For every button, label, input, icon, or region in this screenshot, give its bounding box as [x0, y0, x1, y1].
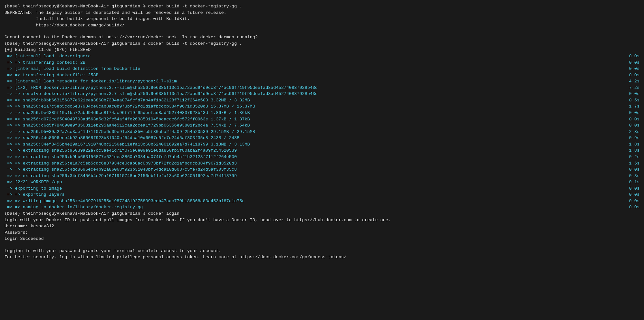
- line-content: => => sha256:b9bb663156877e621eea3860b73…: [5, 97, 250, 104]
- line-content: => => sha256:95039a22a7cc3ae41d71f075e6e…: [5, 129, 255, 135]
- line-time: 4.2s: [629, 78, 639, 85]
- line-time: 0.0s: [629, 110, 639, 116]
- terminal-line: (base) theinfosecguy@Keshavs-MacBook-Air…: [5, 211, 639, 217]
- line-time: 1.8s: [629, 141, 639, 148]
- line-time: 1.5s: [629, 160, 639, 167]
- terminal-line: => => sha256:9e6385f10c1ba72abd94d9cc8f7…: [5, 110, 639, 116]
- line-content: => => sha256:d072cc6504049793ad563a5d32f…: [5, 116, 250, 123]
- terminal-line: => exporting to image0.0s: [5, 185, 639, 192]
- terminal-line: => [internal] load metadata for docker.i…: [5, 78, 639, 85]
- line-time: 0.0s: [629, 66, 639, 72]
- terminal-line: => => sha256:c6d5f784690e9f850311eb295aa…: [5, 122, 639, 129]
- terminal-line: Install the buildx component to build im…: [5, 16, 639, 22]
- line-content: => => extracting sha256:95039a22a7cc3ae4…: [5, 147, 237, 154]
- terminal-line: => => sha256:34ef8456b4e29a1671910748bc2…: [5, 141, 639, 148]
- terminal-line: Username: keshav312: [5, 223, 639, 230]
- line-content: => => sha256:34ef8456b4e29a1671910748bc2…: [5, 141, 250, 148]
- line-content: => => extracting sha256:e1a7c5eb5cdc6e37…: [5, 160, 237, 167]
- terminal-line: [5, 242, 639, 248]
- terminal-line: Cannot connect to the Docker daemon at u…: [5, 34, 639, 41]
- line-content: => [1/2] FROM docker.io/library/python:3…: [5, 85, 318, 91]
- terminal: (base) theinfosecguy@Keshavs-MacBook-Air…: [5, 3, 639, 260]
- line-time: 0.9s: [629, 135, 639, 141]
- terminal-line: => => sha256:d072cc6504049793ad563a5d32f…: [5, 116, 639, 123]
- line-time: 7.2s: [629, 85, 639, 91]
- line-time: 0.0s: [629, 122, 639, 129]
- line-content: => => exporting layers: [5, 192, 64, 198]
- terminal-line: => => sha256:4dc8696ece4b92a86068f923b31…: [5, 135, 639, 141]
- terminal-line: => [internal] load .dockerignore0.0s: [5, 53, 639, 60]
- terminal-line: https://docs.docker.com/go/buildx/: [5, 22, 639, 29]
- terminal-line: => => resolve docker.io/library/python:3…: [5, 91, 639, 97]
- terminal-line: (base) theinfosecguy@Keshavs-MacBook-Air…: [5, 41, 639, 47]
- line-content: => => extracting sha256:b9bb663156877e62…: [5, 154, 237, 160]
- terminal-line: => => sha256:95039a22a7cc3ae41d71f075e6e…: [5, 129, 639, 135]
- line-content: => => extracting sha256:4dc8696ece4b92a8…: [5, 166, 237, 173]
- terminal-line: => => extracting sha256:4dc8696ece4b92a8…: [5, 166, 639, 173]
- line-content: => => writing image sha256:e4d397916255a…: [5, 198, 245, 204]
- terminal-line: Logging in with your password grants you…: [5, 248, 639, 254]
- terminal-line: [+] Building 11.6s (6/6) FINISHED: [5, 47, 639, 53]
- terminal-line: => [2/2] WORKDIR /app0.1s: [5, 179, 639, 185]
- line-time: 0.0s: [629, 192, 639, 198]
- terminal-line: For better security, log in with a limit…: [5, 254, 639, 260]
- line-time: 0.0s: [629, 204, 639, 211]
- terminal-line: => [internal] load build definition from…: [5, 66, 639, 72]
- terminal-line: Login with your Docker ID to push and pu…: [5, 217, 639, 223]
- terminal-line: => => extracting sha256:34ef8456b4e29a16…: [5, 173, 639, 179]
- line-content: => => sha256:9e6385f10c1ba72abd94d9cc8f7…: [5, 110, 250, 116]
- terminal-line: (base) theinfosecguy@Keshavs-MacBook-Air…: [5, 3, 639, 10]
- terminal-line: => [1/2] FROM docker.io/library/python:3…: [5, 85, 639, 91]
- line-time: 0.0s: [629, 116, 639, 123]
- line-time: 0.1s: [629, 179, 639, 185]
- terminal-line: => => exporting layers0.0s: [5, 192, 639, 198]
- terminal-line: => => extracting sha256:e1a7c5eb5cdc6e37…: [5, 160, 639, 167]
- line-content: => [internal] load metadata for docker.i…: [5, 78, 177, 85]
- terminal-line: => => sha256:e1a7c5eb5cdc6e37934ce0cab8a…: [5, 103, 639, 110]
- line-time: 1.7s: [629, 103, 639, 110]
- terminal-line: => => transferring context: 2B0.0s: [5, 60, 639, 66]
- terminal-line: => => writing image sha256:e4d397916255a…: [5, 198, 639, 204]
- line-content: => [2/2] WORKDIR /app: [5, 179, 62, 185]
- line-time: 0.3s: [629, 173, 639, 179]
- terminal-line: => => sha256:b9bb663156877e621eea3860b73…: [5, 97, 639, 104]
- line-time: 0.0s: [629, 72, 639, 79]
- line-content: => => sha256:e1a7c5eb5cdc6e37934ce0cab8a…: [5, 103, 255, 110]
- terminal-line: Login Succeeded: [5, 236, 639, 242]
- line-time: 0.0s: [629, 91, 639, 97]
- line-time: 0.0s: [629, 166, 639, 173]
- line-time: 0.0s: [629, 60, 639, 66]
- line-time: 0.5s: [629, 97, 639, 104]
- line-content: => => transferring dockerfile: 258B: [5, 72, 99, 79]
- line-content: => => resolve docker.io/library/python:3…: [5, 91, 318, 97]
- line-time: 0.0s: [629, 53, 639, 60]
- line-content: => [internal] load build definition from…: [5, 66, 140, 72]
- line-time: 0.0s: [629, 185, 639, 192]
- line-time: 2.3s: [629, 129, 639, 135]
- terminal-line: DEPRECATED: The legacy builder is deprec…: [5, 10, 639, 16]
- line-time: 0.0s: [629, 198, 639, 204]
- terminal-line: => => transferring dockerfile: 258B0.0s: [5, 72, 639, 79]
- line-content: => => transferring context: 2B: [5, 60, 85, 66]
- terminal-line: => => extracting sha256:95039a22a7cc3ae4…: [5, 147, 639, 154]
- terminal-line: [5, 28, 639, 34]
- line-content: => exporting to image: [5, 185, 62, 192]
- line-content: => => sha256:c6d5f784690e9f850311eb295aa…: [5, 122, 250, 129]
- terminal-line: Password:: [5, 230, 639, 236]
- terminal-line: => => naming to docker.io/library/docker…: [5, 204, 639, 211]
- line-content: => [internal] load .dockerignore: [5, 53, 91, 60]
- line-time: 0.2s: [629, 154, 639, 160]
- line-time: 1.8s: [629, 147, 639, 154]
- line-content: => => naming to docker.io/library/docker…: [5, 204, 143, 211]
- line-content: => => extracting sha256:34ef8456b4e29a16…: [5, 173, 237, 179]
- line-content: => => sha256:4dc8696ece4b92a86068f923b31…: [5, 135, 239, 141]
- terminal-line: => => extracting sha256:b9bb663156877e62…: [5, 154, 639, 160]
